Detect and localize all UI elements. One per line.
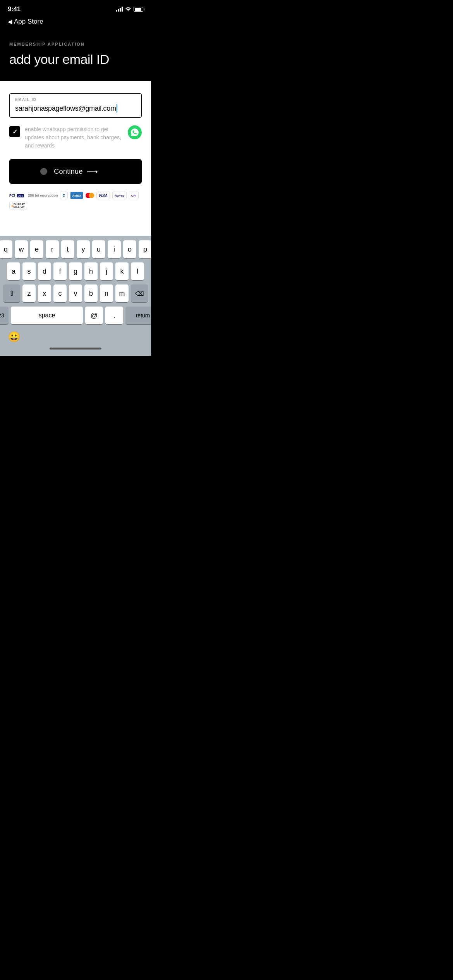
back-chevron-icon: ◀	[8, 18, 12, 25]
period-key[interactable]: .	[105, 307, 123, 324]
emoji-button[interactable]: 😀	[7, 330, 21, 344]
header-section: MEMBERSHIP APPLICATION add your email ID	[0, 30, 151, 81]
whatsapp-permission-row[interactable]: ✓ enable whatsapp permission to get upda…	[9, 125, 142, 150]
key-a[interactable]: a	[7, 262, 20, 280]
email-value: sarahjonaspageflows@gmail.com	[15, 105, 116, 113]
key-e[interactable]: e	[30, 240, 43, 258]
signal-icon	[116, 7, 123, 12]
key-m[interactable]: m	[115, 284, 129, 302]
key-v[interactable]: v	[69, 284, 82, 302]
arrow-icon: ⟶	[87, 167, 97, 176]
pci-badge: PCI DSS	[9, 194, 24, 197]
key-c[interactable]: c	[53, 284, 67, 302]
key-k[interactable]: k	[115, 262, 129, 280]
bharat-billpay-card: B BHARATBILLPAY	[9, 202, 27, 209]
keyboard-row-2: a s d f g h j k l	[2, 262, 149, 280]
battery-icon	[134, 7, 143, 12]
visa-card: VISA	[96, 192, 110, 199]
keyboard-row-1: q w e r t y u i o p	[2, 240, 149, 258]
dss-badge: DSS	[17, 194, 24, 197]
key-p[interactable]: p	[139, 240, 151, 258]
key-x[interactable]: x	[38, 284, 51, 302]
shift-key[interactable]: ⇧	[3, 284, 20, 302]
return-key[interactable]: return	[125, 307, 151, 324]
backspace-key[interactable]: ⌫	[131, 284, 148, 302]
key-r[interactable]: r	[46, 240, 59, 258]
status-bar: 9:41	[0, 0, 151, 16]
encryption-label: 256 bit encryption	[28, 194, 58, 197]
rupay-card: RuPay	[112, 192, 127, 199]
numbers-key[interactable]: 123	[0, 307, 9, 324]
diners-card: ⊙	[60, 192, 68, 199]
keyboard-bottom-row: 123 space @ . return	[2, 307, 149, 324]
main-content: EMAIL ID sarahjonaspageflows@gmail.com ✓…	[0, 81, 151, 236]
keyboard-emoji-bar: 😀	[2, 327, 149, 348]
key-b[interactable]: b	[84, 284, 98, 302]
amex-card: AMEX	[70, 192, 83, 199]
back-navigation[interactable]: ◀ App Store	[0, 16, 151, 30]
mastercard-card	[86, 192, 94, 199]
text-cursor	[117, 104, 117, 113]
payment-security-row: PCI DSS 256 bit encryption ⊙ AMEX VISA R…	[9, 192, 142, 209]
email-input-row: sarahjonaspageflows@gmail.com	[15, 104, 136, 113]
key-s[interactable]: s	[22, 262, 36, 280]
key-i[interactable]: i	[108, 240, 121, 258]
keyboard-row-3: ⇧ z x c v b n m ⌫	[2, 284, 149, 302]
wifi-icon	[125, 7, 131, 12]
key-q[interactable]: q	[0, 240, 12, 258]
checkmark-icon: ✓	[12, 128, 17, 135]
key-d[interactable]: d	[38, 262, 51, 280]
email-field-container[interactable]: EMAIL ID sarahjonaspageflows@gmail.com	[9, 93, 142, 118]
key-u[interactable]: u	[92, 240, 105, 258]
status-icons	[116, 7, 143, 12]
key-h[interactable]: h	[84, 262, 98, 280]
keyboard: q w e r t y u i o p a s d f g h j k l ⇧ …	[0, 236, 151, 356]
at-key[interactable]: @	[85, 307, 103, 324]
back-link[interactable]: ◀ App Store	[8, 18, 143, 26]
home-indicator	[50, 348, 101, 350]
email-field-label: EMAIL ID	[15, 98, 136, 102]
key-j[interactable]: j	[100, 262, 113, 280]
status-time: 9:41	[8, 5, 21, 13]
whatsapp-logo-icon	[128, 125, 142, 139]
key-w[interactable]: w	[15, 240, 28, 258]
continue-label: Continue	[54, 168, 82, 176]
key-o[interactable]: o	[123, 240, 136, 258]
key-y[interactable]: y	[77, 240, 90, 258]
whatsapp-checkbox[interactable]: ✓	[9, 126, 20, 137]
key-n[interactable]: n	[100, 284, 113, 302]
key-f[interactable]: f	[53, 262, 67, 280]
key-t[interactable]: t	[61, 240, 74, 258]
key-l[interactable]: l	[131, 262, 144, 280]
section-label: MEMBERSHIP APPLICATION	[9, 42, 142, 46]
continue-button[interactable]: Continue ⟶	[9, 159, 142, 184]
upi-card: UPI	[129, 192, 139, 199]
back-label: App Store	[14, 18, 43, 26]
key-g[interactable]: g	[69, 262, 82, 280]
button-dot	[40, 168, 47, 175]
whatsapp-description: enable whatsapp permission to get update…	[25, 125, 123, 150]
pci-icon: PCI	[9, 194, 15, 197]
page-title: add your email ID	[9, 52, 142, 67]
space-key[interactable]: space	[11, 307, 83, 324]
key-z[interactable]: z	[22, 284, 36, 302]
